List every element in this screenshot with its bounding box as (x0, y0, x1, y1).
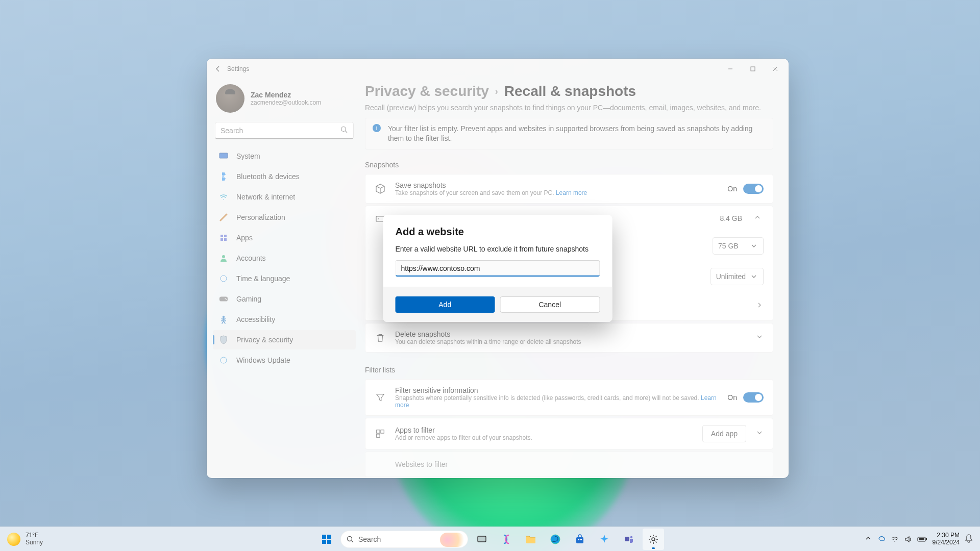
teams-icon: T (623, 534, 634, 545)
svg-rect-21 (327, 535, 331, 539)
tray-chevron-up[interactable] (864, 534, 872, 544)
windows-logo-icon (321, 534, 332, 545)
start-button[interactable] (316, 529, 337, 550)
weather-temp: 71°F (26, 532, 43, 539)
copilot-icon (501, 534, 512, 545)
search-highlight-icon (440, 533, 464, 547)
volume-icon (904, 535, 912, 543)
search-icon (346, 535, 354, 543)
taskbar-weather[interactable]: 71°F Sunny (0, 532, 43, 546)
store-icon (575, 534, 585, 544)
svg-point-35 (652, 538, 655, 541)
svg-rect-38 (926, 538, 927, 540)
svg-rect-29 (576, 537, 583, 543)
svg-rect-37 (919, 538, 924, 540)
sparkle-icon (599, 534, 610, 545)
svg-rect-22 (322, 540, 326, 544)
edge-button[interactable] (545, 529, 566, 550)
onedrive-icon[interactable] (877, 534, 886, 544)
taskbar: 71°F Sunny Search (0, 527, 980, 551)
svg-rect-23 (327, 540, 331, 544)
settings-window: Settings Zac Mendez zacmendez@outlook.co… (207, 59, 789, 478)
copilot-button[interactable] (496, 529, 517, 550)
task-view-icon (477, 534, 487, 544)
notifications-button[interactable] (965, 534, 973, 545)
taskbar-clock[interactable]: 2:30 PM 9/24/2024 (933, 532, 960, 545)
battery-icon (917, 536, 927, 542)
quick-flyout-button[interactable] (891, 535, 927, 543)
weather-condition: Sunny (26, 539, 43, 546)
add-website-dialog: Add a website Enter a valid website URL … (383, 215, 612, 322)
wifi-icon (891, 535, 899, 543)
taskbar-search[interactable]: Search (340, 531, 468, 548)
dialog-subtitle: Enter a valid website URL to exclude it … (396, 245, 600, 253)
folder-icon (525, 534, 536, 544)
settings-taskbar-button[interactable] (643, 529, 664, 550)
dialog-cancel-button[interactable]: Cancel (500, 296, 600, 313)
website-url-input[interactable] (396, 260, 600, 277)
m365-copilot-button[interactable] (594, 529, 615, 550)
dialog-add-button[interactable]: Add (396, 296, 495, 313)
edge-icon (550, 534, 561, 545)
svg-rect-31 (580, 539, 582, 540)
svg-text:T: T (626, 537, 628, 541)
store-button[interactable] (569, 529, 591, 550)
svg-rect-26 (478, 536, 486, 542)
teams-button[interactable]: T (618, 529, 640, 550)
svg-point-24 (348, 536, 352, 541)
file-explorer-button[interactable] (520, 529, 542, 550)
task-view-button[interactable] (471, 529, 493, 550)
gear-icon (648, 534, 659, 545)
sun-icon (7, 533, 20, 546)
system-tray: 2:30 PM 9/24/2024 (864, 532, 980, 545)
dialog-title: Add a website (396, 226, 600, 238)
svg-rect-20 (322, 535, 326, 539)
svg-rect-30 (578, 539, 579, 540)
svg-point-34 (630, 536, 632, 538)
